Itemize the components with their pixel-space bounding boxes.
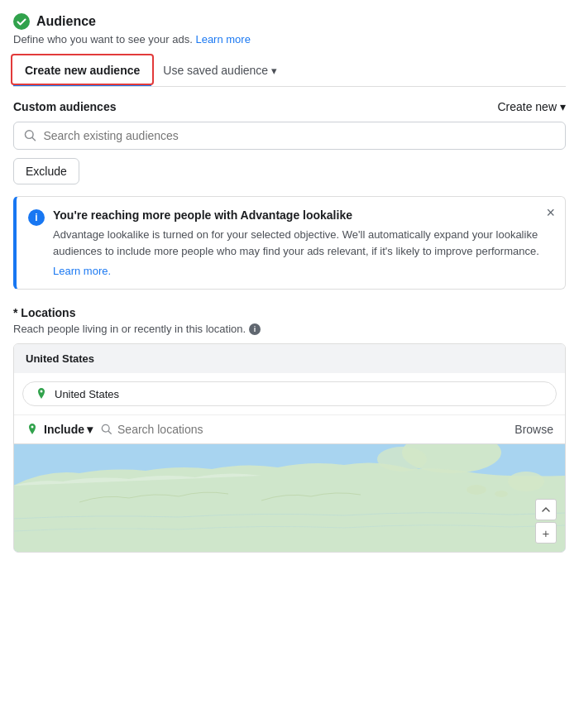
map-controls: + [535, 499, 557, 544]
chevron-down-icon: ▾ [560, 100, 566, 113]
include-chevron-icon: ▾ [87, 423, 93, 436]
search-audiences-input[interactable] [43, 129, 555, 142]
page-container: Audience Define who you want to see your… [0, 0, 579, 553]
create-new-button[interactable]: Create new ▾ [497, 100, 566, 113]
svg-line-2 [32, 137, 35, 140]
audience-subtitle: Define who you want to see your ads. [13, 33, 193, 46]
check-circle-icon [13, 13, 30, 30]
location-chip-label: United States [55, 388, 119, 400]
custom-audiences-section-row: Custom audiences Create new ▾ [13, 100, 566, 113]
location-chip-row: United States [14, 373, 565, 415]
browse-button[interactable]: Browse [514, 423, 553, 436]
exclude-button[interactable]: Exclude [13, 158, 79, 184]
info-icon: i [28, 209, 45, 226]
svg-point-12 [495, 491, 508, 497]
map-zoom-plus-button[interactable]: + [535, 522, 557, 544]
chevron-down-icon: ▾ [271, 65, 277, 77]
audience-title: Audience [36, 14, 96, 29]
map-svg [14, 444, 565, 552]
svg-point-0 [13, 13, 30, 30]
tab-create-new-audience[interactable]: Create new audience [13, 55, 151, 86]
audience-header: Audience [13, 13, 566, 30]
location-chip: United States [22, 381, 557, 406]
svg-point-10 [508, 472, 544, 491]
location-box: United States United States [13, 343, 566, 553]
info-box: i You're reaching more people with Advan… [13, 196, 566, 290]
chevron-up-icon [541, 505, 551, 515]
location-search-row: Include ▾ Browse [14, 415, 565, 444]
location-search-left: Include ▾ [26, 423, 299, 436]
include-pin-icon [26, 423, 39, 436]
svg-point-3 [41, 390, 43, 393]
search-locations-icon [101, 424, 112, 435]
plus-icon: + [543, 526, 550, 540]
info-learn-more-link[interactable]: Learn more. [53, 265, 111, 277]
search-box [13, 122, 566, 150]
svg-line-6 [108, 431, 111, 433]
locations-info-icon[interactable]: i [249, 323, 261, 335]
info-box-body: Advantage lookalike is turned on for you… [53, 227, 553, 259]
custom-audiences-label: Custom audiences [13, 100, 116, 113]
include-button[interactable]: Include ▾ [44, 423, 93, 436]
map-container: + [14, 444, 565, 552]
search-icon [24, 129, 36, 142]
info-close-button[interactable]: × [546, 205, 555, 220]
svg-point-11 [467, 485, 486, 495]
location-box-header: United States [14, 344, 565, 373]
map-zoom-up-button[interactable] [535, 499, 557, 520]
tabs-row: Create new audience Use saved audience ▾ [13, 55, 566, 87]
tab-use-saved-audience[interactable]: Use saved audience ▾ [151, 55, 289, 86]
locations-label: * Locations [13, 306, 566, 319]
svg-point-4 [31, 426, 34, 429]
locations-sublabel: Reach people living in or recently in th… [13, 323, 566, 335]
pin-green-icon [35, 387, 48, 400]
locations-section: * Locations Reach people living in or re… [13, 306, 566, 553]
info-content: You're reaching more people with Advanta… [53, 208, 553, 277]
subtitle-row: Define who you want to see your ads. Lea… [13, 33, 566, 46]
search-locations-input[interactable] [117, 423, 299, 436]
info-box-title: You're reaching more people with Advanta… [53, 208, 553, 222]
learn-more-link[interactable]: Learn more [195, 33, 250, 46]
